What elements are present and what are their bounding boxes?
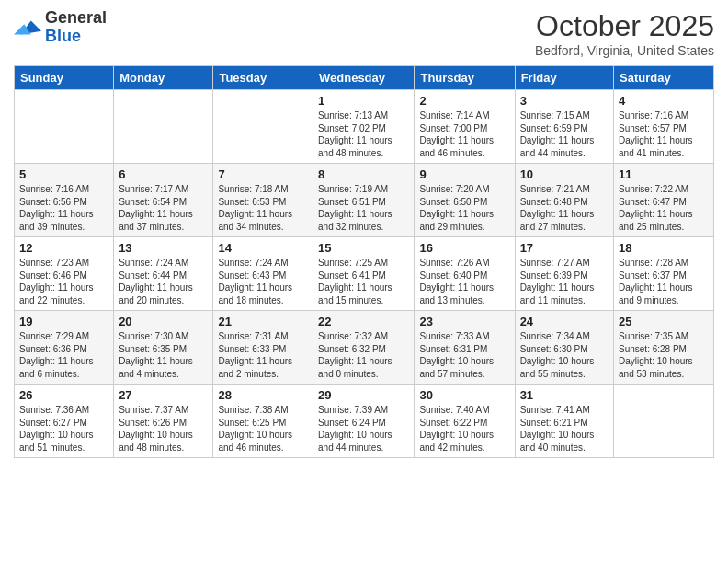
calendar-cell: 1Sunrise: 7:13 AM Sunset: 7:02 PM Daylig…	[313, 90, 415, 164]
calendar-cell: 29Sunrise: 7:39 AM Sunset: 6:24 PM Dayli…	[313, 385, 415, 458]
day-info: Sunrise: 7:33 AM Sunset: 6:31 PM Dayligh…	[419, 330, 509, 380]
calendar-cell: 9Sunrise: 7:20 AM Sunset: 6:50 PM Daylig…	[415, 164, 515, 237]
calendar-week-row: 26Sunrise: 7:36 AM Sunset: 6:27 PM Dayli…	[15, 385, 714, 458]
col-monday: Monday	[114, 66, 213, 90]
day-number: 5	[19, 167, 108, 181]
day-info: Sunrise: 7:13 AM Sunset: 7:02 PM Dayligh…	[318, 109, 409, 159]
logo-text: General Blue	[45, 9, 107, 46]
calendar-cell: 15Sunrise: 7:25 AM Sunset: 6:41 PM Dayli…	[313, 237, 415, 311]
calendar-cell: 28Sunrise: 7:38 AM Sunset: 6:25 PM Dayli…	[213, 385, 313, 458]
calendar-week-row: 5Sunrise: 7:16 AM Sunset: 6:56 PM Daylig…	[15, 164, 714, 237]
calendar-cell: 12Sunrise: 7:23 AM Sunset: 6:46 PM Dayli…	[15, 237, 114, 311]
page: General Blue October 2025 Bedford, Virgi…	[0, 0, 728, 563]
day-info: Sunrise: 7:37 AM Sunset: 6:26 PM Dayligh…	[119, 404, 208, 454]
day-info: Sunrise: 7:19 AM Sunset: 6:51 PM Dayligh…	[318, 183, 409, 233]
logo-icon	[14, 14, 41, 41]
day-number: 16	[419, 241, 509, 255]
day-info: Sunrise: 7:29 AM Sunset: 6:36 PM Dayligh…	[19, 330, 108, 380]
day-number: 11	[619, 167, 709, 181]
day-info: Sunrise: 7:30 AM Sunset: 6:35 PM Dayligh…	[119, 330, 208, 380]
day-number: 22	[318, 315, 409, 328]
calendar-cell	[213, 90, 313, 164]
calendar-cell: 27Sunrise: 7:37 AM Sunset: 6:26 PM Dayli…	[114, 385, 213, 458]
calendar-week-row: 1Sunrise: 7:13 AM Sunset: 7:02 PM Daylig…	[15, 90, 714, 164]
calendar-cell: 11Sunrise: 7:22 AM Sunset: 6:47 PM Dayli…	[614, 164, 714, 237]
day-number: 31	[520, 388, 609, 402]
day-info: Sunrise: 7:24 AM Sunset: 6:43 PM Dayligh…	[218, 257, 308, 306]
day-info: Sunrise: 7:27 AM Sunset: 6:39 PM Dayligh…	[520, 257, 609, 306]
calendar-cell: 4Sunrise: 7:16 AM Sunset: 6:57 PM Daylig…	[614, 90, 714, 164]
day-info: Sunrise: 7:15 AM Sunset: 6:59 PM Dayligh…	[520, 109, 609, 159]
col-saturday: Saturday	[614, 66, 714, 90]
calendar-cell: 20Sunrise: 7:30 AM Sunset: 6:35 PM Dayli…	[114, 311, 213, 385]
header-row: Sunday Monday Tuesday Wednesday Thursday…	[15, 66, 714, 90]
day-number: 9	[419, 167, 509, 181]
day-info: Sunrise: 7:16 AM Sunset: 6:56 PM Dayligh…	[19, 183, 108, 233]
day-number: 23	[419, 315, 509, 328]
calendar-cell: 6Sunrise: 7:17 AM Sunset: 6:54 PM Daylig…	[114, 164, 213, 237]
calendar-cell: 22Sunrise: 7:32 AM Sunset: 6:32 PM Dayli…	[313, 311, 415, 385]
day-info: Sunrise: 7:31 AM Sunset: 6:33 PM Dayligh…	[218, 330, 308, 380]
day-info: Sunrise: 7:21 AM Sunset: 6:48 PM Dayligh…	[520, 183, 609, 233]
day-info: Sunrise: 7:26 AM Sunset: 6:40 PM Dayligh…	[419, 257, 509, 306]
day-info: Sunrise: 7:36 AM Sunset: 6:27 PM Dayligh…	[19, 404, 108, 454]
day-number: 12	[19, 241, 108, 255]
title-block: October 2025 Bedford, Virginia, United S…	[535, 9, 714, 58]
day-info: Sunrise: 7:39 AM Sunset: 6:24 PM Dayligh…	[318, 404, 409, 454]
day-number: 7	[218, 167, 308, 181]
calendar-week-row: 12Sunrise: 7:23 AM Sunset: 6:46 PM Dayli…	[15, 237, 714, 311]
calendar-cell: 18Sunrise: 7:28 AM Sunset: 6:37 PM Dayli…	[614, 237, 714, 311]
day-number: 30	[419, 388, 509, 402]
calendar-week-row: 19Sunrise: 7:29 AM Sunset: 6:36 PM Dayli…	[15, 311, 714, 385]
col-friday: Friday	[515, 66, 613, 90]
calendar-cell: 16Sunrise: 7:26 AM Sunset: 6:40 PM Dayli…	[415, 237, 515, 311]
day-number: 3	[520, 94, 609, 108]
col-wednesday: Wednesday	[313, 66, 415, 90]
calendar-table: Sunday Monday Tuesday Wednesday Thursday…	[14, 65, 714, 458]
day-info: Sunrise: 7:32 AM Sunset: 6:32 PM Dayligh…	[318, 330, 409, 380]
day-info: Sunrise: 7:17 AM Sunset: 6:54 PM Dayligh…	[119, 183, 208, 233]
day-number: 10	[520, 167, 609, 181]
day-number: 24	[520, 315, 609, 328]
day-info: Sunrise: 7:34 AM Sunset: 6:30 PM Dayligh…	[520, 330, 609, 380]
day-number: 26	[19, 388, 108, 402]
day-info: Sunrise: 7:18 AM Sunset: 6:53 PM Dayligh…	[218, 183, 308, 233]
day-info: Sunrise: 7:28 AM Sunset: 6:37 PM Dayligh…	[619, 257, 709, 306]
day-number: 17	[520, 241, 609, 255]
day-number: 19	[19, 315, 108, 328]
col-sunday: Sunday	[15, 66, 114, 90]
day-info: Sunrise: 7:22 AM Sunset: 6:47 PM Dayligh…	[619, 183, 709, 233]
calendar-cell: 17Sunrise: 7:27 AM Sunset: 6:39 PM Dayli…	[515, 237, 613, 311]
day-number: 29	[318, 388, 409, 402]
day-number: 27	[119, 388, 208, 402]
calendar-cell: 3Sunrise: 7:15 AM Sunset: 6:59 PM Daylig…	[515, 90, 613, 164]
calendar-cell: 5Sunrise: 7:16 AM Sunset: 6:56 PM Daylig…	[15, 164, 114, 237]
location: Bedford, Virginia, United States	[535, 43, 714, 58]
day-number: 15	[318, 241, 409, 255]
day-number: 21	[218, 315, 308, 328]
day-number: 2	[419, 94, 509, 108]
calendar-cell: 21Sunrise: 7:31 AM Sunset: 6:33 PM Dayli…	[213, 311, 313, 385]
day-number: 4	[619, 94, 709, 108]
calendar-cell: 13Sunrise: 7:24 AM Sunset: 6:44 PM Dayli…	[114, 237, 213, 311]
day-number: 14	[218, 241, 308, 255]
day-number: 20	[119, 315, 208, 328]
day-info: Sunrise: 7:16 AM Sunset: 6:57 PM Dayligh…	[619, 109, 709, 159]
day-info: Sunrise: 7:38 AM Sunset: 6:25 PM Dayligh…	[218, 404, 308, 454]
day-number: 13	[119, 241, 208, 255]
calendar-cell: 19Sunrise: 7:29 AM Sunset: 6:36 PM Dayli…	[15, 311, 114, 385]
calendar-cell: 25Sunrise: 7:35 AM Sunset: 6:28 PM Dayli…	[614, 311, 714, 385]
day-number: 6	[119, 167, 208, 181]
calendar-cell: 2Sunrise: 7:14 AM Sunset: 7:00 PM Daylig…	[415, 90, 515, 164]
day-number: 18	[619, 241, 709, 255]
calendar-cell: 26Sunrise: 7:36 AM Sunset: 6:27 PM Dayli…	[15, 385, 114, 458]
day-info: Sunrise: 7:24 AM Sunset: 6:44 PM Dayligh…	[119, 257, 208, 306]
col-thursday: Thursday	[415, 66, 515, 90]
day-info: Sunrise: 7:41 AM Sunset: 6:21 PM Dayligh…	[520, 404, 609, 454]
day-info: Sunrise: 7:40 AM Sunset: 6:22 PM Dayligh…	[419, 404, 509, 454]
calendar-cell: 30Sunrise: 7:40 AM Sunset: 6:22 PM Dayli…	[415, 385, 515, 458]
calendar-cell	[15, 90, 114, 164]
logo-general-text: General	[45, 9, 107, 28]
day-info: Sunrise: 7:25 AM Sunset: 6:41 PM Dayligh…	[318, 257, 409, 306]
logo: General Blue	[14, 9, 107, 46]
